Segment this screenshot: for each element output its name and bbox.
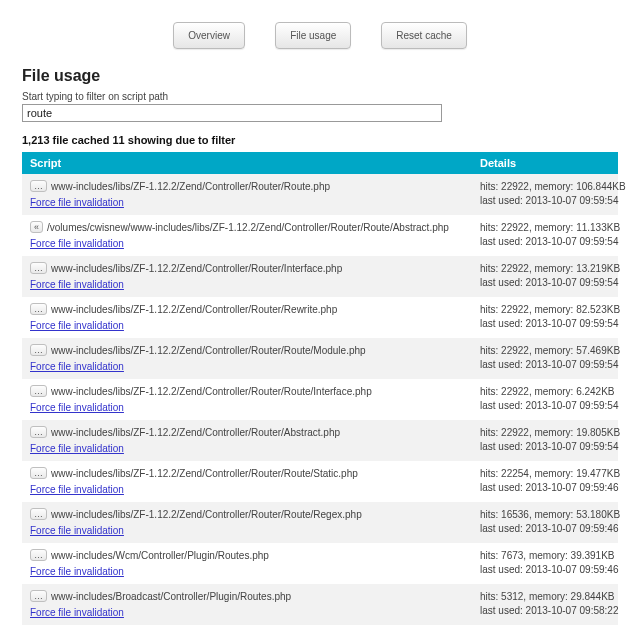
script-path: www-includes/libs/ZF-1.12.2/Zend/Control… [51,181,330,192]
detail-last-used: last used: 2013-10-07 09:59:54 [480,235,610,249]
cell-script: …www-includes/libs/ZF-1.12.2/Zend/Contro… [22,338,472,379]
force-invalidate-link[interactable]: Force file invalidation [30,319,464,333]
cell-details: hits: 22922, memory: 11.133KBlast used: … [472,215,618,256]
detail-last-used: last used: 2013-10-07 09:59:54 [480,399,610,413]
cell-script: «/volumes/cwisnew/www-includes/libs/ZF-1… [22,215,472,256]
detail-hits-memory: hits: 22922, memory: 11.133KB [480,221,610,235]
expand-icon[interactable]: … [30,590,47,602]
cell-script: …www-includes/Wcm/Controller/Plugin/Rout… [22,543,472,584]
script-path: www-includes/Broadcast/Controller/Plugin… [51,591,291,602]
filter-input[interactable] [22,104,442,122]
cell-details: hits: 16536, memory: 53.180KBlast used: … [472,502,618,543]
cell-details: hits: 22922, memory: 82.523KBlast used: … [472,297,618,338]
detail-last-used: last used: 2013-10-07 09:59:54 [480,194,610,208]
table-row: …www-includes/libs/ZF-1.12.2/Zend/Contro… [22,297,618,338]
cell-details: hits: 22922, memory: 106.844KBlast used:… [472,174,618,215]
detail-last-used: last used: 2013-10-07 09:59:54 [480,276,610,290]
cell-details: hits: 22922, memory: 6.242KBlast used: 2… [472,379,618,420]
cell-details: hits: 5312, memory: 29.844KBlast used: 2… [472,584,618,625]
expand-icon[interactable]: … [30,426,47,438]
script-path: www-includes/Wcm/Controller/Plugin/Route… [51,550,269,561]
expand-icon[interactable]: … [30,180,47,192]
table-row: …www-includes/libs/ZF-1.12.2/Zend/Contro… [22,502,618,543]
file-usage-button[interactable]: File usage [275,22,351,49]
table-row: …www-includes/libs/ZF-1.12.2/Zend/Contro… [22,461,618,502]
cell-details: hits: 22922, memory: 13.219KBlast used: … [472,256,618,297]
table-row: …www-includes/libs/ZF-1.12.2/Zend/Contro… [22,338,618,379]
expand-icon[interactable]: … [30,385,47,397]
detail-hits-memory: hits: 22922, memory: 57.469KB [480,344,610,358]
detail-hits-memory: hits: 5312, memory: 29.844KB [480,590,610,604]
detail-last-used: last used: 2013-10-07 09:59:46 [480,563,610,577]
expand-icon[interactable]: « [30,221,43,233]
table-row: …www-includes/Wcm/Controller/Plugin/Rout… [22,543,618,584]
cell-script: …www-includes/libs/ZF-1.12.2/Zend/Contro… [22,502,472,543]
table-row: …www-includes/libs/ZF-1.12.2/Zend/Contro… [22,379,618,420]
force-invalidate-link[interactable]: Force file invalidation [30,360,464,374]
cell-script: …www-includes/libs/ZF-1.12.2/Zend/Contro… [22,420,472,461]
cell-details: hits: 22254, memory: 19.477KBlast used: … [472,461,618,502]
cell-script: …www-includes/libs/ZF-1.12.2/Zend/Contro… [22,256,472,297]
detail-last-used: last used: 2013-10-07 09:58:22 [480,604,610,618]
table-row: …www-includes/Broadcast/Controller/Plugi… [22,584,618,625]
expand-icon[interactable]: … [30,262,47,274]
detail-hits-memory: hits: 7673, memory: 39.391KB [480,549,610,563]
script-path: www-includes/libs/ZF-1.12.2/Zend/Control… [51,386,372,397]
detail-last-used: last used: 2013-10-07 09:59:54 [480,440,610,454]
expand-icon[interactable]: … [30,344,47,356]
force-invalidate-link[interactable]: Force file invalidation [30,442,464,456]
cell-script: …www-includes/libs/ZF-1.12.2/Zend/Contro… [22,379,472,420]
cell-details: hits: 22922, memory: 57.469KBlast used: … [472,338,618,379]
file-table: Script Details …www-includes/libs/ZF-1.1… [22,152,618,625]
force-invalidate-link[interactable]: Force file invalidation [30,278,464,292]
topbar: Overview File usage Reset cache [22,12,618,67]
force-invalidate-link[interactable]: Force file invalidation [30,483,464,497]
expand-icon[interactable]: … [30,467,47,479]
script-path: www-includes/libs/ZF-1.12.2/Zend/Control… [51,304,337,315]
detail-last-used: last used: 2013-10-07 09:59:54 [480,358,610,372]
detail-hits-memory: hits: 22254, memory: 19.477KB [480,467,610,481]
cell-details: hits: 7673, memory: 39.391KBlast used: 2… [472,543,618,584]
script-path: www-includes/libs/ZF-1.12.2/Zend/Control… [51,427,340,438]
expand-icon[interactable]: … [30,508,47,520]
script-path: /volumes/cwisnew/www-includes/libs/ZF-1.… [47,222,449,233]
reset-cache-button[interactable]: Reset cache [381,22,467,49]
cell-script: …www-includes/libs/ZF-1.12.2/Zend/Contro… [22,174,472,215]
overview-button[interactable]: Overview [173,22,245,49]
force-invalidate-link[interactable]: Force file invalidation [30,524,464,538]
script-path: www-includes/libs/ZF-1.12.2/Zend/Control… [51,509,362,520]
table-row: «/volumes/cwisnew/www-includes/libs/ZF-1… [22,215,618,256]
detail-last-used: last used: 2013-10-07 09:59:46 [480,481,610,495]
cell-script: …www-includes/libs/ZF-1.12.2/Zend/Contro… [22,297,472,338]
expand-icon[interactable]: … [30,549,47,561]
force-invalidate-link[interactable]: Force file invalidation [30,237,464,251]
cell-details: hits: 22922, memory: 19.805KBlast used: … [472,420,618,461]
filter-label: Start typing to filter on script path [22,91,618,102]
table-row: …www-includes/libs/ZF-1.12.2/Zend/Contro… [22,174,618,215]
expand-icon[interactable]: … [30,303,47,315]
detail-hits-memory: hits: 16536, memory: 53.180KB [480,508,610,522]
script-path: www-includes/libs/ZF-1.12.2/Zend/Control… [51,345,366,356]
detail-hits-memory: hits: 22922, memory: 82.523KB [480,303,610,317]
table-row: …www-includes/libs/ZF-1.12.2/Zend/Contro… [22,256,618,297]
page-title: File usage [22,67,618,85]
detail-last-used: last used: 2013-10-07 09:59:54 [480,317,610,331]
script-path: www-includes/libs/ZF-1.12.2/Zend/Control… [51,468,358,479]
detail-hits-memory: hits: 22922, memory: 106.844KB [480,180,610,194]
detail-hits-memory: hits: 22922, memory: 19.805KB [480,426,610,440]
cell-script: …www-includes/libs/ZF-1.12.2/Zend/Contro… [22,461,472,502]
col-details: Details [472,152,618,174]
detail-last-used: last used: 2013-10-07 09:59:46 [480,522,610,536]
cell-script: …www-includes/Broadcast/Controller/Plugi… [22,584,472,625]
detail-hits-memory: hits: 22922, memory: 13.219KB [480,262,610,276]
force-invalidate-link[interactable]: Force file invalidation [30,606,464,620]
col-script: Script [22,152,472,174]
force-invalidate-link[interactable]: Force file invalidation [30,565,464,579]
force-invalidate-link[interactable]: Force file invalidation [30,196,464,210]
table-row: …www-includes/libs/ZF-1.12.2/Zend/Contro… [22,420,618,461]
script-path: www-includes/libs/ZF-1.12.2/Zend/Control… [51,263,342,274]
force-invalidate-link[interactable]: Force file invalidation [30,401,464,415]
detail-hits-memory: hits: 22922, memory: 6.242KB [480,385,610,399]
result-summary: 1,213 file cached 11 showing due to filt… [22,134,618,146]
